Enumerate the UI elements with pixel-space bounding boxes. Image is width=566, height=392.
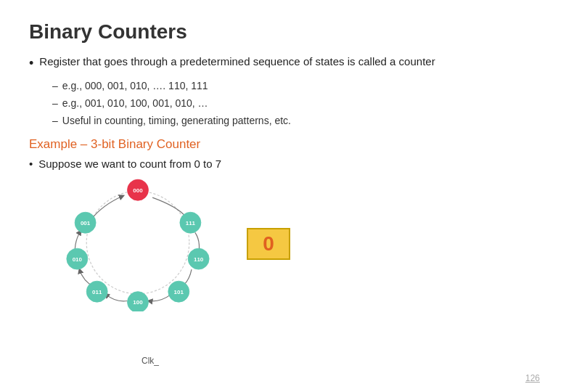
svg-text:010: 010 [73, 256, 83, 263]
sub-bullets-container: – e.g., 000, 001, 010, …. 110, 111 – e.g… [52, 78, 537, 129]
svg-text:100: 100 [133, 299, 143, 306]
svg-point-1 [86, 191, 189, 294]
svg-text:011: 011 [92, 289, 102, 295]
svg-text:101: 101 [174, 289, 184, 295]
suppose-dot: • [29, 158, 33, 170]
svg-text:000: 000 [133, 187, 143, 194]
svg-text:001: 001 [81, 220, 91, 226]
counter-diagram: 000 111 110 101 100 011 010 001 [44, 177, 232, 311]
example-heading: Example – 3-bit Binary Counter [29, 137, 537, 152]
svg-text:110: 110 [194, 256, 204, 263]
main-bullet: • Register that goes through a predeterm… [29, 55, 537, 72]
sub-bullet-3: – Useful in counting, timing, generating… [52, 113, 537, 130]
counter-value-box: 0 [247, 228, 290, 260]
diagram-area: 000 111 110 101 100 011 010 001 [44, 177, 537, 311]
bullet-dot: • [29, 55, 33, 72]
slide-title: Binary Counters [29, 20, 537, 44]
sub-bullet-2: – e.g., 001, 010, 100, 001, 010, … [52, 95, 537, 113]
main-bullet-text: Register that goes through a predetermin… [39, 55, 435, 68]
sub-bullet-1: – e.g., 000, 001, 010, …. 110, 111 [52, 78, 537, 95]
clk-label: Clk_ [142, 356, 159, 366]
sub-bullet-3-text: Useful in counting, timing, generating p… [62, 113, 291, 130]
slide: Binary Counters • Register that goes thr… [0, 0, 566, 392]
page-number: 126 [525, 373, 540, 383]
suppose-bullet: • Suppose we want to count from 0 to 7 [29, 158, 537, 170]
suppose-text: Suppose we want to count from 0 to 7 [38, 158, 221, 170]
dash-2: – [52, 95, 58, 113]
svg-text:111: 111 [186, 220, 196, 226]
sub-bullet-1-text: e.g., 000, 001, 010, …. 110, 111 [62, 78, 208, 95]
dash-1: – [52, 78, 58, 95]
dash-3: – [52, 113, 58, 130]
counter-value: 0 [263, 232, 274, 256]
sub-bullet-2-text: e.g., 001, 010, 100, 001, 010, … [62, 95, 208, 113]
